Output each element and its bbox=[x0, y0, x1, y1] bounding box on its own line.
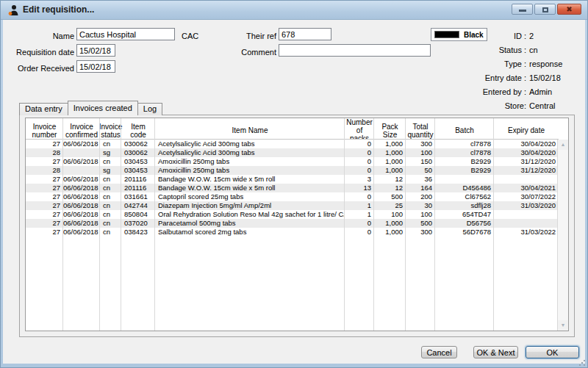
cell-number-of-packs: 1 bbox=[345, 210, 374, 219]
requisition-date-input[interactable] bbox=[76, 44, 115, 57]
cell-invoice-status: sg bbox=[100, 148, 121, 157]
cell-item-name: Paracetamol 500mg tabs bbox=[155, 219, 345, 228]
tab-bar: Data entry Invoices created Log bbox=[19, 101, 162, 115]
cell-pack-size: 1,000 bbox=[374, 140, 406, 148]
cell-item-code: 030453 bbox=[121, 157, 155, 166]
comment-input[interactable] bbox=[279, 44, 431, 57]
resize-grip[interactable] bbox=[578, 359, 586, 367]
cell-pack-size: 12 bbox=[374, 175, 406, 184]
vertical-scrollbar[interactable]: ▲ ▼ bbox=[557, 140, 568, 331]
edit-requisition-window: Edit requisition... ✖ Name CAC Requisiti… bbox=[0, 0, 588, 368]
cell-pack-size: 12 bbox=[374, 184, 406, 192]
cell-invoice-status: cn bbox=[100, 140, 121, 148]
requisition-icon bbox=[7, 4, 19, 16]
title-bar[interactable]: Edit requisition... ✖ bbox=[1, 1, 587, 20]
name-code: CAC bbox=[182, 30, 198, 42]
cell-batch bbox=[435, 175, 494, 184]
table-row[interactable]: 2706/06/2018cn037020Paracetamol 500mg ta… bbox=[26, 219, 559, 228]
cell-number-of-packs: 1 bbox=[345, 201, 374, 210]
table-row[interactable]: 2706/06/2018cn042744Diazepam Injection 5… bbox=[26, 201, 559, 210]
cell-total-quantity: 36 bbox=[406, 175, 435, 184]
cell-number-of-packs: 0 bbox=[345, 228, 374, 237]
table-row[interactable]: 2706/06/2018cn031661Captopril scored 25m… bbox=[26, 192, 559, 201]
order-received-input[interactable] bbox=[76, 60, 115, 73]
cell-invoice-status: cn bbox=[100, 157, 121, 166]
cell-invoice-number: 27 bbox=[26, 157, 63, 166]
id-value: 2 bbox=[529, 30, 534, 42]
table-row[interactable]: 28sg030062Acetylsalicylic Acid 300mg tab… bbox=[26, 148, 559, 157]
cell-item-name: Bandage W.O.W. 15cm wide x 5m roll bbox=[155, 175, 345, 184]
close-button[interactable]: ✖ bbox=[557, 4, 581, 15]
cell-batch: 56D7678 bbox=[435, 228, 494, 237]
cell-item-name: Acetylsalicylic Acid 300mg tabs bbox=[155, 148, 345, 157]
ok-button[interactable]: OK bbox=[526, 346, 579, 358]
ok-next-button[interactable]: OK & Next bbox=[473, 346, 518, 358]
cell-invoice-number: 27 bbox=[26, 210, 63, 219]
cell-item-code: 030062 bbox=[121, 148, 155, 157]
table-row[interactable]: 2706/06/2018cn038423Salbutamol scored 2m… bbox=[26, 228, 559, 237]
invoices-table: Invoice numberInvoice confirmedInvoice s… bbox=[25, 118, 569, 331]
table-row[interactable]: 2706/06/2018cn201116Bandage W.O.W. 15cm … bbox=[26, 175, 559, 184]
cell-invoice-confirmed: 06/06/2018 bbox=[63, 210, 100, 219]
maximize-button[interactable] bbox=[534, 4, 556, 15]
cell-invoice-confirmed: 06/06/2018 bbox=[63, 219, 100, 228]
scroll-down-icon[interactable]: ▼ bbox=[558, 320, 568, 331]
column-divider bbox=[434, 118, 435, 331]
cell-batch: B2929 bbox=[435, 166, 494, 175]
cell-item-code: 042744 bbox=[121, 201, 155, 210]
dialog-body: Name CAC Requisition date Order Received… bbox=[3, 20, 585, 364]
entered-by-label: Entered by : bbox=[442, 86, 526, 98]
cell-item-name: Amoxicillin 250mg tabs bbox=[155, 166, 345, 175]
cell-pack-size: 1,000 bbox=[374, 157, 406, 166]
cell-item-name: Captopril scored 25mg tabs bbox=[155, 192, 345, 201]
cell-item-code: 030062 bbox=[121, 140, 155, 148]
store-label: Store: bbox=[442, 100, 526, 112]
cell-invoice-number: 27 bbox=[26, 228, 63, 237]
cell-number-of-packs: 0 bbox=[345, 219, 374, 228]
cell-total-quantity: 300 bbox=[406, 228, 435, 237]
tab-log[interactable]: Log bbox=[137, 103, 162, 115]
cell-invoice-confirmed bbox=[63, 166, 100, 175]
window-title: Edit requisition... bbox=[23, 1, 94, 19]
cell-expiry-date: 30/04/2020 bbox=[494, 148, 559, 157]
cell-item-code: 030453 bbox=[121, 166, 155, 175]
cell-item-name: Diazepam Injection 5mg/ml Amp/2ml bbox=[155, 201, 345, 210]
table-row[interactable]: 28sg030453Amoxicillin 250mg tabs01,00050… bbox=[26, 166, 559, 175]
cell-invoice-status: cn bbox=[100, 184, 121, 192]
cell-expiry-date bbox=[494, 175, 559, 184]
column-divider bbox=[62, 118, 63, 331]
cell-batch: cl7878 bbox=[435, 148, 494, 157]
their-ref-input[interactable] bbox=[279, 28, 331, 40]
cell-invoice-confirmed bbox=[63, 148, 100, 157]
cell-item-name: Oral Rehydration Solution Reso Mal 42g s… bbox=[155, 210, 345, 219]
table-row[interactable]: 2706/06/2018cn201116Bandage W.O.W. 15cm … bbox=[26, 184, 559, 192]
type-label: Type : bbox=[442, 58, 526, 70]
requisition-date-label: Requisition date bbox=[3, 46, 74, 58]
cell-invoice-status: cn bbox=[100, 192, 121, 201]
comment-label: Comment bbox=[218, 46, 276, 58]
column-divider bbox=[99, 118, 100, 331]
column-divider bbox=[344, 118, 345, 331]
cell-pack-size: 500 bbox=[374, 192, 406, 201]
cell-invoice-status: cn bbox=[100, 228, 121, 237]
cell-number-of-packs: 0 bbox=[345, 148, 374, 157]
cell-invoice-number: 27 bbox=[26, 140, 63, 148]
table-row[interactable]: 2706/06/2018cn850804Oral Rehydration Sol… bbox=[26, 210, 559, 219]
cell-pack-size: 1,000 bbox=[374, 228, 406, 237]
cell-invoice-number: 27 bbox=[26, 184, 63, 192]
table-row[interactable]: 2706/06/2018cn030453Amoxicillin 250mg ta… bbox=[26, 157, 559, 166]
table-row[interactable]: 2706/06/2018cn030062Acetylsalicylic Acid… bbox=[26, 140, 559, 148]
cell-batch: cl7878 bbox=[435, 140, 494, 148]
scroll-up-icon[interactable]: ▲ bbox=[558, 140, 568, 150]
cancel-button[interactable]: Cancel bbox=[421, 346, 457, 358]
tab-invoices-created[interactable]: Invoices created bbox=[68, 101, 138, 115]
cell-invoice-number: 27 bbox=[26, 201, 63, 210]
cell-invoice-confirmed: 06/06/2018 bbox=[63, 192, 100, 201]
cell-expiry-date: 31/03/2022 bbox=[494, 228, 559, 237]
cell-pack-size: 1,000 bbox=[374, 148, 406, 157]
name-input[interactable] bbox=[76, 28, 175, 40]
cell-number-of-packs: 13 bbox=[345, 184, 374, 192]
their-ref-label: Their ref bbox=[218, 30, 276, 42]
minimize-button[interactable] bbox=[512, 4, 533, 15]
tab-data-entry[interactable]: Data entry bbox=[19, 103, 68, 115]
